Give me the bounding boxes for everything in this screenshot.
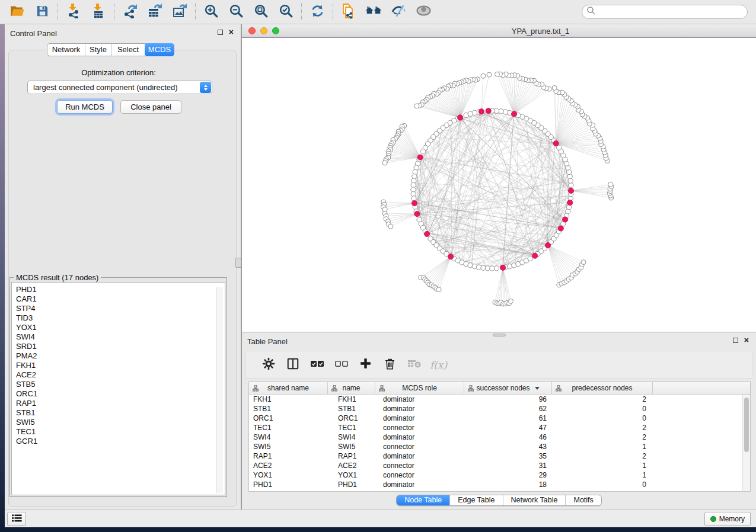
network-node[interactable]: [412, 196, 416, 201]
network-node[interactable]: [388, 224, 393, 229]
mcds-result-item[interactable]: STB5: [16, 380, 225, 389]
table-row[interactable]: SWI5SWI5connector431: [249, 442, 750, 451]
network-node[interactable]: [420, 149, 425, 154]
mcds-result-item[interactable]: SRD1: [16, 342, 225, 351]
horizontal-splitter-grip[interactable]: [493, 334, 506, 336]
mcds-hub-node[interactable]: [412, 201, 417, 206]
network-node[interactable]: [487, 72, 492, 77]
deselect-all-button[interactable]: [329, 354, 353, 376]
mcds-hub-node[interactable]: [567, 200, 573, 205]
mcds-result-item[interactable]: GCR1: [16, 437, 225, 446]
column-visibility-button[interactable]: [280, 354, 305, 376]
run-mcds-button[interactable]: Run MCDS: [57, 100, 113, 114]
mcds-hub-node[interactable]: [479, 109, 484, 114]
table-row[interactable]: FKH1FKH1dominator962: [249, 395, 750, 404]
network-node[interactable]: [509, 299, 513, 303]
close-panel-icon[interactable]: ×: [229, 29, 234, 35]
create-column-button[interactable]: [353, 354, 378, 376]
float-panel-icon[interactable]: [733, 338, 738, 343]
network-node[interactable]: [528, 256, 532, 261]
export-table-button[interactable]: [142, 2, 167, 22]
result-scrollbar[interactable]: [216, 287, 223, 493]
tab-network-table[interactable]: Network Table: [503, 495, 566, 505]
mcds-hub-node[interactable]: [448, 254, 454, 259]
mcds-hub-node[interactable]: [486, 108, 491, 114]
mcds-hub-node[interactable]: [512, 111, 517, 117]
column-header-MCDS-role[interactable]: MCDS role: [375, 382, 464, 394]
network-node[interactable]: [464, 113, 468, 117]
mcds-result-list[interactable]: PHD1CAR1STP4TID3YOX1SWI4SRD1PMA2FKH1ACE2…: [11, 282, 225, 495]
mcds-hub-node[interactable]: [563, 217, 568, 222]
network-node[interactable]: [436, 287, 441, 292]
memory-button[interactable]: Memory: [704, 512, 751, 526]
mcds-result-item[interactable]: SWI5: [16, 418, 225, 427]
mcds-result-item[interactable]: TEC1: [16, 427, 225, 437]
mcds-result-item[interactable]: RAP1: [16, 399, 225, 408]
mcds-result-item[interactable]: STP4: [16, 304, 225, 313]
first-neighbors-button[interactable]: [361, 2, 386, 22]
splitter-grip[interactable]: [235, 258, 241, 268]
mcds-hub-node[interactable]: [500, 265, 506, 270]
table-row[interactable]: PHD1PHD1dominator180: [249, 480, 750, 489]
network-node[interactable]: [608, 182, 613, 187]
control-tab-network[interactable]: Network: [47, 44, 85, 56]
mcds-result-item[interactable]: TID3: [16, 313, 225, 323]
close-panel-button[interactable]: Close panel: [120, 100, 181, 114]
task-history-button[interactable]: [7, 512, 26, 526]
column-header-name[interactable]: name: [328, 382, 375, 394]
mcds-result-item[interactable]: PMA2: [16, 351, 225, 361]
mcds-hub-node[interactable]: [553, 140, 559, 146]
network-node[interactable]: [414, 104, 419, 108]
network-node[interactable]: [494, 266, 499, 271]
table-row[interactable]: RAP1RAP1dominator352: [249, 451, 750, 461]
select-all-button[interactable]: [305, 354, 329, 376]
network-node[interactable]: [581, 260, 586, 265]
mcds-hub-node[interactable]: [425, 231, 430, 236]
table-row[interactable]: YOX1YOX1connector291: [249, 470, 750, 480]
network-node[interactable]: [552, 85, 557, 90]
control-tab-mcds[interactable]: MCDS: [145, 43, 174, 56]
close-panel-icon[interactable]: ×: [744, 337, 749, 343]
table-row[interactable]: ORC1ORC1dominator610: [249, 414, 750, 423]
criterion-dropdown[interactable]: largest connected component (undirected): [27, 81, 212, 94]
mcds-hub-node[interactable]: [458, 115, 463, 120]
birds-eye-view-button[interactable]: [411, 2, 436, 22]
table-row[interactable]: STB1STB1dominator620: [249, 404, 750, 414]
open-session-button[interactable]: [5, 2, 30, 22]
mcds-result-item[interactable]: ACE2: [16, 370, 225, 380]
table-row[interactable]: TEC1TEC1connector472: [249, 423, 750, 432]
search-input[interactable]: [596, 6, 747, 18]
hide-graphics-details-button[interactable]: [386, 2, 411, 22]
mcds-hub-node[interactable]: [558, 226, 563, 231]
network-window-titlebar[interactable]: YPA_prune.txt_1: [242, 24, 756, 37]
float-panel-icon[interactable]: [218, 30, 223, 35]
mcds-hub-node[interactable]: [545, 242, 550, 248]
network-node[interactable]: [382, 207, 387, 212]
column-header-shared-name[interactable]: shared name: [249, 382, 328, 394]
table-settings-button[interactable]: [256, 354, 280, 376]
zoom-in-button[interactable]: [199, 2, 224, 22]
new-network-from-selection-button[interactable]: [336, 2, 361, 22]
import-table-button[interactable]: [86, 2, 111, 22]
mcds-result-item[interactable]: STB1: [16, 408, 225, 418]
refresh-layout-button[interactable]: [305, 2, 330, 22]
export-image-button[interactable]: [167, 2, 192, 22]
mcds-result-item[interactable]: PHD1: [16, 285, 225, 294]
mcds-result-item[interactable]: CAR1: [16, 294, 225, 304]
column-header-successor-nodes[interactable]: successor nodes: [464, 382, 552, 394]
mcds-hub-node[interactable]: [568, 188, 573, 193]
network-node[interactable]: [495, 72, 500, 76]
mcds-hub-node[interactable]: [414, 211, 420, 217]
tab-node-table[interactable]: Node Table: [397, 495, 449, 505]
scrollbar-thumb[interactable]: [744, 398, 749, 452]
mcds-hub-node[interactable]: [417, 155, 423, 160]
mcds-hub-node[interactable]: [532, 253, 538, 258]
table-scrollbar[interactable]: [742, 395, 750, 491]
mcds-result-item[interactable]: FKH1: [16, 361, 225, 370]
network-canvas[interactable]: [242, 38, 756, 332]
zoom-out-button[interactable]: [224, 2, 248, 22]
delete-table-button[interactable]: [402, 354, 426, 376]
save-session-button[interactable]: [30, 2, 55, 22]
network-node[interactable]: [382, 161, 387, 165]
function-builder-button[interactable]: f(x): [426, 354, 451, 376]
